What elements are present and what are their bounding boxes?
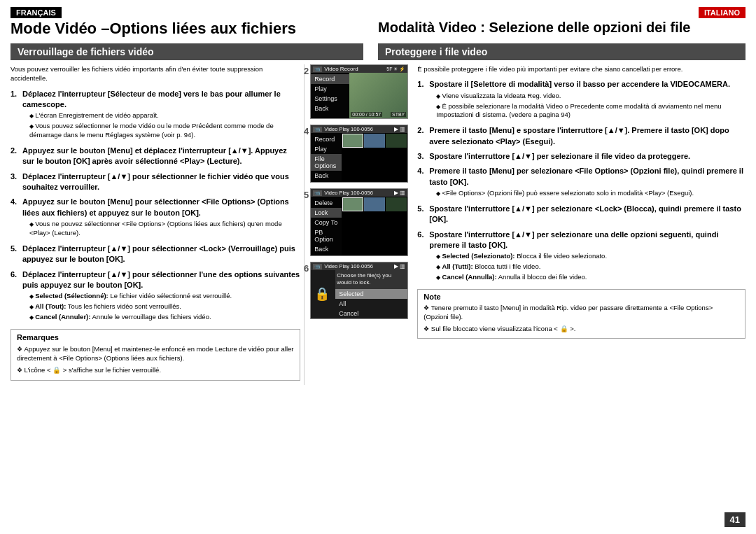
it-steps: 1. Spostare il [Selettore di modalità] v… xyxy=(417,79,746,283)
col-fr: Vous pouvez verrouiller les fichiers vid… xyxy=(10,64,304,385)
remarques-item: Appuyez sur le bouton [Menu] et maintene… xyxy=(17,344,294,363)
bullet: Vous pouvez sélectionner le mode Vidéo o… xyxy=(29,122,300,140)
cam-body-2: Record Play Settings Back 00:00 / 10:57 … xyxy=(311,73,407,118)
section-heading-fr: Verrouillage de fichiers vidéo xyxy=(10,43,363,60)
remarques-items: Appuyez sur le bouton [Menu] et maintene… xyxy=(17,344,294,374)
cam-lock-right: Choose the file(s) you would to lock. Se… xyxy=(335,270,407,318)
cam-header-5: 📹 Video Play 100-0056 ▶ ▥ xyxy=(311,189,407,197)
fr-step-2-text: Appuyez sur le bouton [Menu] et déplacez… xyxy=(22,146,287,165)
cam-header-6: 📹 Video Play 100-0056 ▶ ▥ xyxy=(311,262,407,270)
it-step-1-text: Spostare il [Selettore di modalità] vers… xyxy=(429,80,730,88)
bullet: All (Tout): Tous les fichiers vidéo sont… xyxy=(29,302,300,311)
cam-header-2: 📹 Video Record 5F ☀ ⚡ xyxy=(311,65,407,73)
it-step-6-text: Spostare l'interruttore [▲/▼] per selezi… xyxy=(429,230,718,249)
screen-4: 4 📹 Video Play 100-0056 ▶ ▥ Record Play … xyxy=(310,125,408,183)
cam-menu-lock[interactable]: Lock xyxy=(311,208,342,218)
cam-menu-record-4[interactable]: Record xyxy=(311,134,342,144)
fr-step-3-text: Déplacez l'interrupteur [▲/▼] pour sélec… xyxy=(22,172,289,191)
it-step-6: 6. Spostare l'interruttore [▲/▼] per sel… xyxy=(417,230,746,283)
fr-step-4-text: Appuyez sur le bouton [Menu] pour sélect… xyxy=(22,197,289,216)
bullet: Vous ne pouvez sélectionner <File Option… xyxy=(29,220,300,238)
it-step-4: 4. Premere il tasto [Menu] per seleziona… xyxy=(417,166,746,199)
cam-preview-5 xyxy=(342,197,407,255)
bullet: Selected (Sélectionné): Le fichier vidéo… xyxy=(29,292,300,301)
cam-menu-back[interactable]: Back xyxy=(311,104,349,113)
cam-lock-left: 🔒 xyxy=(311,270,333,318)
cam-menu-delete[interactable]: Delete xyxy=(311,198,342,208)
cam-preview-2: 00:00 / 10:57 STBY xyxy=(349,73,407,118)
fr-step-3: 3. Déplacez l'interrupteur [▲/▼] pour sé… xyxy=(10,171,300,193)
fr-step-4: 4. Appuyez sur le bouton [Menu] pour sél… xyxy=(10,197,300,239)
cam-menu-2: Record Play Settings Back xyxy=(311,73,349,118)
remarques-title: Remarques xyxy=(17,333,294,342)
lock-opt-selected[interactable]: Selected xyxy=(335,289,407,299)
screen-5: 5 📹 Video Play 100-0056 ▶ ▥ Delete Lock … xyxy=(310,188,408,256)
screens-col: 2 📹 Video Record 5F ☀ ⚡ Record Play Sett… xyxy=(310,64,408,385)
fr-step-1-bullets: L'écran Enregistrement de vidéo apparaît… xyxy=(22,111,300,139)
cam-menu-play-4[interactable]: Play xyxy=(311,144,342,154)
header-row: FRANÇAIS ITALIANO xyxy=(10,7,746,18)
cam-time-2: 00:00 / 10:57 xyxy=(351,112,382,117)
it-step-2: 2. Premere il tasto [Menu] e spostare l'… xyxy=(417,125,746,147)
bullet: All (Tutti): Blocca tutti i file video. xyxy=(436,262,746,272)
lock-icon: 🔒 xyxy=(314,286,330,302)
it-step-5: 5. Spostare l'interruttore [▲/▼] per sel… xyxy=(417,204,746,225)
cam-menu-fileoptions-4[interactable]: File Options xyxy=(311,154,342,171)
it-intro: È possibile proteggere i file video più … xyxy=(417,64,746,73)
note-title: Note xyxy=(424,293,739,301)
it-step-1: 1. Spostare il [Selettore di modalità] v… xyxy=(417,79,746,121)
note-box: Note Tenere premuto il tasto [Menu] in m… xyxy=(417,289,746,339)
screen-6: 6 📹 Video Play 100-0056 ▶ ▥ 🔒 Choose the… xyxy=(310,262,408,319)
remarques-box: Remarques Appuyez sur le bouton [Menu] e… xyxy=(10,329,300,381)
cam-body-5: Delete Lock Copy To PB Option Back xyxy=(311,197,407,255)
main-title-it: Modalità Video : Selezione delle opzioni… xyxy=(378,20,746,38)
main-title-fr: Mode Vidéo –Options liées aux fichiers xyxy=(10,20,363,38)
cam-menu-record[interactable]: Record xyxy=(311,74,349,84)
fr-step-5-text: Déplacez l'interrupteur [▲/▼] pour sélec… xyxy=(22,244,295,263)
bullet: Selected (Selezionato): Blocca il file v… xyxy=(436,252,746,261)
cam-menu-copyto[interactable]: Copy To xyxy=(311,218,342,227)
page-number: 41 xyxy=(724,512,746,527)
main-title-row: Mode Vidéo –Options liées aux fichiers M… xyxy=(10,20,746,38)
cam-ui-6: 📹 Video Play 100-0056 ▶ ▥ 🔒 Choose the f… xyxy=(310,262,408,319)
cam-ui-5: 📹 Video Play 100-0056 ▶ ▥ Delete Lock Co… xyxy=(310,188,408,256)
it-step-4-text: Premere il tasto [Menu] per selezionare … xyxy=(429,167,743,185)
it-step-2-text: Premere il tasto [Menu] e spostare l'int… xyxy=(429,126,729,145)
cam-menu-pboption[interactable]: PB Option xyxy=(311,227,342,244)
it-step-3-text: Spostare l'interruttore [▲/▼] per selezi… xyxy=(429,152,690,160)
bullet: Cancel (Annulla): Annulla il blocco dei … xyxy=(436,273,746,282)
cam-menu-settings[interactable]: Settings xyxy=(311,94,349,104)
bullet: Viene visualizzata la videata Reg. video… xyxy=(436,92,746,101)
fr-step-1: 1. Déplacez l'interrupteur [Sélecteur de… xyxy=(10,89,300,141)
cam-menu-4: Record Play File Options Back xyxy=(311,133,342,182)
cam-preview-4 xyxy=(342,133,407,182)
col-it: È possibile proteggere i file video più … xyxy=(414,64,746,385)
cam-lock-options: Selected All Cancel xyxy=(335,289,407,318)
lang-badge-it: ITALIANO xyxy=(699,7,746,18)
fr-step-6-text: Déplacez l'interrupteur [▲/▼] pour sélec… xyxy=(22,270,300,289)
note-item: Tenere premuto il tasto [Menu] in modali… xyxy=(424,303,739,322)
screen-2: 2 📹 Video Record 5F ☀ ⚡ Record Play Sett… xyxy=(310,64,408,119)
fr-step-6: 6. Déplacez l'interrupteur [▲/▼] pour sé… xyxy=(10,269,300,323)
remarques-item: L'icône < 🔒 > s'affiche sur le fichier v… xyxy=(17,365,294,375)
cam-body-4: Record Play File Options Back xyxy=(311,133,407,182)
cam-menu-back-5[interactable]: Back xyxy=(311,244,342,254)
section-heading-it: Proteggere i file video xyxy=(378,43,746,60)
fr-intro: Vous pouvez verrouiller les fichiers vid… xyxy=(10,64,300,83)
it-step-3: 3. Spostare l'interruttore [▲/▼] per sel… xyxy=(417,151,746,162)
cam-header-text-2: Video Record xyxy=(324,66,358,72)
cam-menu-5: Delete Lock Copy To PB Option Back xyxy=(311,197,342,255)
cam-lock-prompt: Choose the file(s) you would to lock. xyxy=(335,270,407,289)
page: FRANÇAIS ITALIANO Mode Vidéo –Options li… xyxy=(0,0,756,534)
cam-menu-back-4[interactable]: Back xyxy=(311,171,342,181)
cam-stby-2: STBY xyxy=(391,112,406,117)
bullet: Cancel (Annuler): Annule le verrouillage… xyxy=(29,313,300,322)
cam-menu-play[interactable]: Play xyxy=(311,84,349,94)
lock-opt-all[interactable]: All xyxy=(335,299,407,309)
lock-opt-cancel[interactable]: Cancel xyxy=(335,309,407,318)
lang-badge-fr: FRANÇAIS xyxy=(10,7,62,18)
cam-header-4: 📹 Video Play 100-0056 ▶ ▥ xyxy=(311,125,407,133)
cam-lock-body: 🔒 Choose the file(s) you would to lock. … xyxy=(311,270,407,318)
note-item: Sul file bloccato viene visualizzata l'i… xyxy=(424,324,739,334)
main-content: Vous pouvez verrouiller les fichiers vid… xyxy=(10,64,746,385)
